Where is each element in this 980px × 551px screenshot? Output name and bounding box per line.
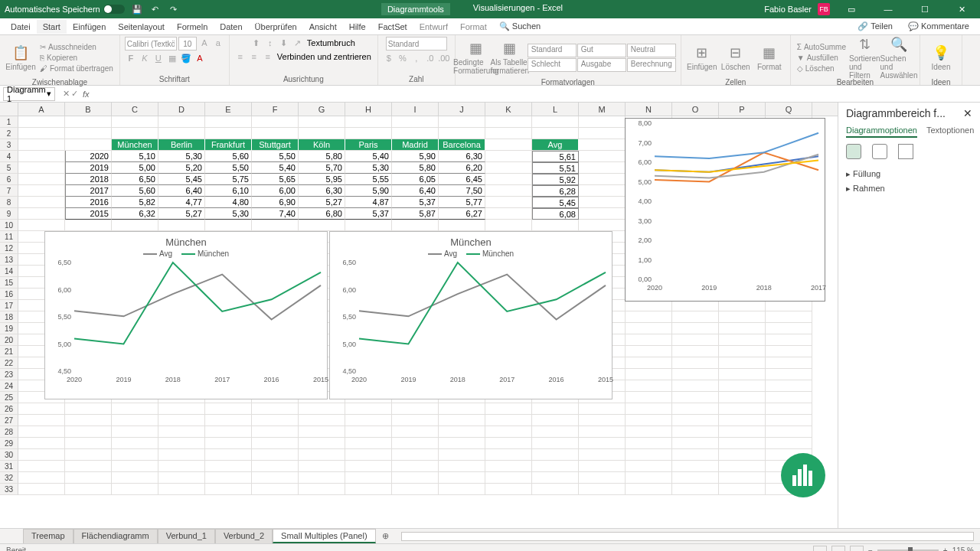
cell[interactable] (252, 461, 299, 472)
undo-icon[interactable]: ↶ (149, 3, 162, 15)
cell[interactable] (766, 323, 812, 334)
cell[interactable]: Köln (299, 139, 345, 151)
row-header[interactable]: 19 (0, 323, 18, 334)
cell[interactable] (485, 220, 532, 231)
cell[interactable] (112, 426, 158, 438)
col-header[interactable]: K (485, 103, 532, 116)
cell[interactable] (112, 438, 158, 449)
cell[interactable]: 7,50 (439, 185, 485, 197)
cell[interactable] (112, 220, 158, 231)
row-header[interactable]: 2 (0, 128, 18, 139)
cell[interactable] (65, 403, 112, 415)
row-header[interactable]: 22 (0, 357, 18, 369)
align-left-icon[interactable]: ≡ (234, 51, 247, 63)
row-header[interactable]: 27 (0, 415, 18, 426)
row-header[interactable]: 3 (0, 139, 18, 151)
cell[interactable] (299, 128, 345, 139)
maximize-icon[interactable]: ☐ (910, 0, 940, 18)
cell[interactable]: 5,70 (299, 162, 345, 174)
cell[interactable] (252, 449, 299, 461)
cell[interactable] (719, 472, 766, 484)
cell[interactable]: 5,60 (112, 185, 158, 197)
row-header[interactable]: 1 (0, 116, 18, 128)
new-sheet-button[interactable]: ⊕ (376, 531, 395, 541)
cell[interactable] (392, 484, 439, 495)
row-header[interactable]: 23 (0, 369, 18, 380)
worksheet-grid[interactable]: ABCDEFGHIJKLMNOPQ 123MünchenBerlinFrankf… (0, 103, 838, 528)
cell[interactable] (158, 426, 205, 438)
format-cells-button[interactable]: ▦Format (753, 37, 786, 78)
name-box[interactable]: Diagramm 1 ▾ (3, 87, 55, 101)
col-header[interactable]: E (205, 103, 252, 116)
cell[interactable] (299, 472, 345, 484)
cell[interactable] (672, 346, 719, 357)
col-header[interactable]: A (18, 103, 65, 116)
cell[interactable] (345, 220, 392, 231)
cell[interactable] (766, 438, 812, 449)
menu-factset[interactable]: FactSet (372, 20, 413, 34)
currency-icon[interactable]: $ (383, 52, 395, 64)
cell[interactable]: 5,90 (345, 185, 392, 197)
italic-icon[interactable]: K (139, 52, 151, 64)
menu-start[interactable]: Start (37, 20, 67, 34)
cell[interactable] (579, 220, 626, 231)
cell[interactable] (626, 311, 672, 323)
cell[interactable]: 5,80 (299, 151, 345, 162)
cell[interactable] (626, 438, 672, 449)
cell[interactable] (719, 323, 766, 334)
cell[interactable] (205, 128, 252, 139)
cell[interactable]: 2020 (65, 151, 112, 162)
menu-überprüfen[interactable]: Überprüfen (249, 20, 303, 34)
wrap-text-button[interactable]: Textumbruch (305, 37, 357, 49)
cell[interactable] (626, 334, 672, 346)
cell[interactable] (672, 449, 719, 461)
row-header[interactable]: 9 (0, 208, 18, 220)
font-color-icon[interactable]: A (194, 52, 206, 64)
cell[interactable]: 5,50 (205, 162, 252, 174)
cell[interactable] (485, 116, 532, 128)
cell[interactable] (532, 403, 579, 415)
redo-icon[interactable]: ↷ (168, 3, 180, 15)
cell[interactable] (672, 380, 719, 392)
row-header[interactable]: 10 (0, 220, 18, 231)
cell[interactable] (299, 403, 345, 415)
cell[interactable] (158, 461, 205, 472)
cell[interactable] (719, 300, 766, 311)
cell[interactable]: Barcelona (439, 139, 485, 151)
row-header[interactable]: 8 (0, 197, 18, 208)
cell[interactable] (392, 220, 439, 231)
cell[interactable] (532, 116, 579, 128)
cell[interactable] (532, 461, 579, 472)
cell[interactable]: 6,40 (158, 185, 205, 197)
cell[interactable]: 6,28 (532, 185, 579, 197)
cell[interactable]: 5,00 (112, 162, 158, 174)
cell[interactable] (252, 438, 299, 449)
cell[interactable] (672, 415, 719, 426)
cell[interactable]: 5,40 (252, 162, 299, 174)
cell[interactable] (719, 334, 766, 346)
cell[interactable]: 5,61 (532, 151, 579, 162)
comma-icon[interactable]: , (410, 52, 423, 64)
cell[interactable] (112, 403, 158, 415)
cell[interactable]: 7,40 (252, 208, 299, 220)
merge-center-button[interactable]: Verbinden und zentrieren (276, 51, 373, 63)
chart-munich-2[interactable]: MünchenAvgMünchen4,505,005,506,006,50202… (329, 231, 612, 399)
row-header[interactable]: 32 (0, 472, 18, 484)
cell[interactable] (18, 208, 65, 220)
cell[interactable]: 6,27 (439, 208, 485, 220)
cell[interactable] (719, 311, 766, 323)
cell[interactable]: 6,80 (299, 208, 345, 220)
effects-icon[interactable] (872, 144, 887, 159)
chart-munich-1[interactable]: MünchenAvgMünchen4,505,005,506,006,50202… (44, 231, 328, 399)
cell[interactable] (672, 357, 719, 369)
cell[interactable] (532, 484, 579, 495)
row-header[interactable]: 13 (0, 254, 18, 266)
cell[interactable]: 6,05 (392, 174, 439, 185)
cell[interactable] (672, 311, 719, 323)
cell[interactable]: 2019 (65, 162, 112, 174)
pane-tab-chart-options[interactable]: Diagrammoptionen (846, 126, 917, 138)
cell[interactable] (18, 472, 65, 484)
cell[interactable] (626, 426, 672, 438)
paste-button[interactable]: 📋Einfügen (5, 37, 37, 78)
cell[interactable] (392, 426, 439, 438)
